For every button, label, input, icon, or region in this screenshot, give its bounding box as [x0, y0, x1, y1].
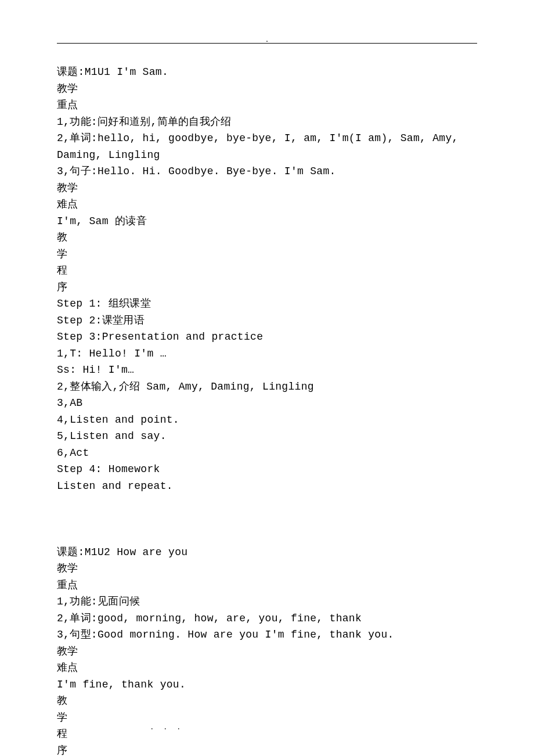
lesson-1-title: 课题:M1U1 I'm Sam.	[57, 66, 168, 78]
lesson-1-proc-8: 4,Listen and point.	[57, 414, 179, 426]
lesson-1-proc-9: 5,Listen and say.	[57, 430, 167, 442]
lesson-2-procedure-label: 教 学 程 序	[57, 695, 67, 756]
lesson-2-title: 课题:M1U2 How are you	[57, 546, 187, 558]
lesson-1-proc-10: 6,Act	[57, 447, 89, 459]
lesson-1-proc-2: Step 2:课堂用语	[57, 315, 145, 326]
lesson-1-proc-1: Step 1: 组织课堂	[57, 298, 151, 309]
lesson-1-kp-3: 3,句子:Hello. Hi. Goodbye. Bye-bye. I'm Sa…	[57, 165, 336, 177]
lesson-1-proc-6: 2,整体输入,介绍 Sam, Amy, Daming, Lingling	[57, 381, 314, 393]
lesson-2-kp-1: 1,功能:见面问候	[57, 596, 140, 607]
document-body: 课题:M1U1 I'm Sam. 教学 重点 1,功能:问好和道别,简单的自我介…	[57, 64, 477, 756]
footer-dots: . . .	[151, 722, 185, 732]
lesson-1-proc-5: Ss: Hi! I'm…	[57, 364, 134, 376]
document-page: . 课题:M1U1 I'm Sam. 教学 重点 1,功能:问好和道别,简单的自…	[0, 0, 534, 756]
lesson-2-kp-2: 2,单词:good, morning, how, are, you, fine,…	[57, 613, 362, 624]
lesson-1-proc-12: Listen and repeat.	[57, 480, 173, 492]
lesson-2-keypoints-label: 教学 重点	[57, 563, 78, 591]
lesson-1-proc-4: 1,T: Hello! I'm …	[57, 348, 167, 359]
lesson-1-keypoints-label: 教学 重点	[57, 83, 78, 111]
lesson-2-difficulty-label: 教学 难点	[57, 646, 78, 674]
lesson-1-kp-2: 2,单词:hello, hi, goodbye, bye-bye, I, am,…	[57, 132, 465, 161]
lesson-1-proc-11: Step 4: Homework	[57, 463, 160, 475]
lesson-2-difficulty: I'm fine, thank you.	[57, 679, 186, 690]
lesson-1-proc-3: Step 3:Presentation and practice	[57, 331, 263, 343]
lesson-1-difficulty: I'm, Sam 的读音	[57, 215, 147, 227]
lesson-1-proc-7: 3,AB	[57, 397, 82, 409]
horizontal-rule	[57, 43, 477, 44]
lesson-2-kp-3: 3,句型:Good morning. How are you I'm fine,…	[57, 629, 394, 640]
lesson-1-kp-1: 1,功能:问好和道别,简单的自我介绍	[57, 116, 232, 128]
lesson-1-procedure-label: 教 学 程 序	[57, 232, 67, 293]
lesson-1-difficulty-label: 教学 难点	[57, 182, 78, 211]
